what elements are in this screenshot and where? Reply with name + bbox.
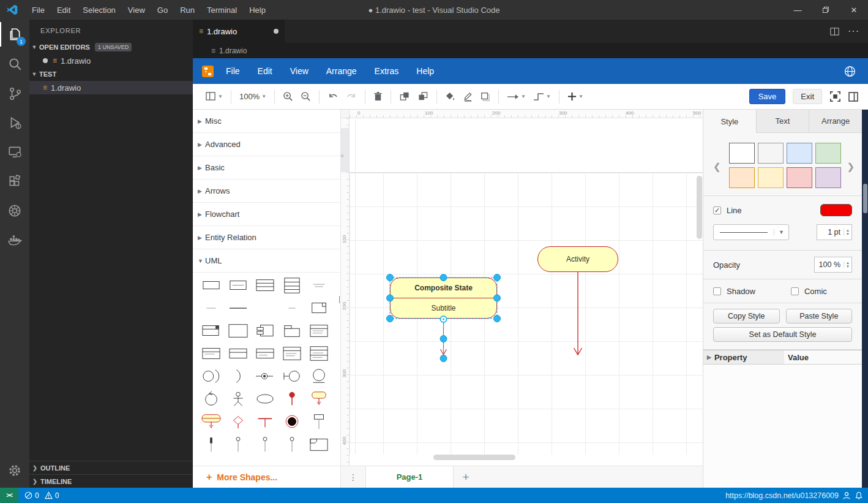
opacity-spinner[interactable]: 100 % ▲▼: [814, 257, 852, 273]
palette-shape-lifeline-circle[interactable]: [252, 433, 279, 455]
line-color-icon[interactable]: [459, 88, 477, 105]
palette-shape-lollipop[interactable]: [252, 365, 279, 387]
toggle-format-panel-icon[interactable]: [848, 92, 858, 102]
format-tab-arrange[interactable]: Arrange: [809, 110, 862, 133]
palette-shape-class-v3[interactable]: [252, 342, 279, 365]
palette-shape-initial-red[interactable]: [279, 387, 305, 410]
menu-item-file[interactable]: File: [26, 6, 51, 15]
style-swatch-7[interactable]: [787, 167, 812, 188]
menu-item-selection[interactable]: Selection: [77, 6, 121, 15]
palette-section-misc[interactable]: ▶Misc: [193, 110, 340, 133]
palette-shape-fork-red[interactable]: [252, 410, 279, 433]
run-debug-icon[interactable]: [0, 108, 29, 137]
bell-icon[interactable]: [855, 491, 863, 500]
breadcrumb[interactable]: ≡ 1.drawio: [193, 43, 868, 58]
close-icon[interactable]: ✕: [840, 0, 868, 20]
zoom-out-icon[interactable]: [297, 88, 315, 105]
palette-shape-divider-line[interactable]: [225, 297, 252, 319]
palette-shape-class-rows[interactable]: [252, 274, 279, 297]
activity-shape[interactable]: Activity: [537, 246, 618, 272]
palette-shape-required-arc[interactable]: [225, 365, 252, 387]
menu-item-view[interactable]: View: [122, 6, 151, 15]
undo-icon[interactable]: [324, 88, 342, 105]
palette-shape-text-tiny[interactable]: [198, 297, 225, 319]
palette-shape-boundary-object[interactable]: [279, 365, 305, 387]
line-checkbox[interactable]: ✓: [713, 206, 721, 214]
palette-section-flowchart[interactable]: ▶Flowchart: [193, 203, 340, 226]
style-swatch-2[interactable]: [758, 143, 784, 164]
palette-shape-lifeline-circle[interactable]: [225, 433, 252, 455]
panel-scrollbar-thumb[interactable]: [863, 184, 867, 213]
zoom-level-dropdown[interactable]: 100% ▼: [236, 88, 270, 105]
style-swatch-1[interactable]: [729, 143, 755, 164]
palette-shape-control-object[interactable]: [198, 387, 225, 410]
connection-style-button[interactable]: ▼: [503, 88, 529, 105]
search-icon[interactable]: [0, 49, 29, 78]
palette-shape-entity-object[interactable]: [305, 365, 332, 387]
style-swatch-5[interactable]: [729, 167, 755, 188]
source-control-icon[interactable]: [0, 78, 29, 108]
palette-section-arrows[interactable]: ▶Arrows: [193, 180, 340, 203]
drawio-menu-view[interactable]: View: [286, 66, 323, 76]
palette-shape-class-v1[interactable]: [198, 342, 225, 365]
delete-icon[interactable]: [370, 88, 386, 105]
page-tab[interactable]: Page-1: [365, 466, 454, 488]
format-tab-text[interactable]: Text: [756, 110, 809, 133]
line-width-spinner[interactable]: 1 pt ▲▼: [817, 224, 852, 240]
canvas-vscrollbar[interactable]: [697, 176, 702, 239]
to-back-icon[interactable]: [414, 88, 432, 105]
palette-shape-usecase[interactable]: [252, 387, 279, 410]
diagram-canvas[interactable]: 0100200300400500 0100200300400 Activity …: [341, 110, 703, 466]
prev-styles-icon[interactable]: ❮: [713, 161, 721, 172]
line-style-dropdown[interactable]: ▼: [713, 224, 789, 240]
menu-item-help[interactable]: Help: [243, 6, 272, 15]
palette-section-entity-relation[interactable]: ▶Entity Relation: [193, 226, 340, 249]
fullscreen-icon[interactable]: [829, 91, 841, 102]
save-button[interactable]: Save: [749, 89, 786, 104]
palette-shape-component[interactable]: [252, 319, 279, 342]
line-color-button[interactable]: [820, 204, 852, 216]
palette-shape-class-v2[interactable]: [225, 342, 252, 365]
palette-section-advanced[interactable]: ▶Advanced: [193, 133, 340, 156]
redo-icon[interactable]: [342, 88, 361, 105]
outline-section[interactable]: ❯ OUTLINE: [29, 461, 193, 474]
palette-shape-composite-edge[interactable]: [198, 410, 225, 433]
language-globe-icon[interactable]: [844, 66, 856, 77]
palette-shape-actor[interactable]: [225, 387, 252, 410]
format-tab-style[interactable]: Style: [703, 110, 756, 133]
pages-menu-icon[interactable]: ⋮: [341, 466, 365, 488]
zoom-in-icon[interactable]: [279, 88, 297, 105]
drawio-menu-arrange[interactable]: Arrange: [323, 66, 371, 76]
palette-shape-interface-circle[interactable]: [198, 365, 225, 387]
palette-shape-final-node[interactable]: [279, 410, 305, 433]
remote-explorer-icon[interactable]: [0, 137, 29, 167]
kubernetes-icon[interactable]: [0, 196, 29, 225]
more-shapes-button[interactable]: + More Shapes...: [193, 466, 341, 488]
explorer-icon[interactable]: 1: [0, 20, 29, 49]
folder-header[interactable]: ▼ TEST: [29, 67, 193, 81]
settings-gear-icon[interactable]: [0, 456, 29, 485]
drawio-menu-file[interactable]: File: [222, 66, 254, 76]
waypoint-style-button[interactable]: ▼: [529, 88, 555, 105]
copy-style-button[interactable]: Copy Style: [713, 309, 780, 323]
style-swatch-4[interactable]: [815, 143, 841, 164]
minimize-icon[interactable]: —: [784, 0, 812, 20]
palette-shape-lifeline-circle[interactable]: [279, 433, 305, 455]
insert-button[interactable]: ▼: [564, 88, 587, 105]
menu-item-edit[interactable]: Edit: [51, 6, 77, 15]
paste-style-button[interactable]: Paste Style: [786, 309, 853, 323]
style-swatch-3[interactable]: [787, 143, 812, 164]
shadow-checkbox[interactable]: [713, 287, 721, 295]
next-styles-icon[interactable]: ❯: [847, 161, 855, 172]
palette-shape-class-red[interactable]: [305, 319, 332, 342]
menu-item-go[interactable]: Go: [151, 6, 174, 15]
menu-item-terminal[interactable]: Terminal: [201, 6, 243, 15]
add-page-icon[interactable]: +: [454, 466, 478, 488]
style-swatch-6[interactable]: [758, 167, 784, 188]
exit-button[interactable]: Exit: [793, 89, 822, 104]
palette-shape-lifeline-bar[interactable]: [198, 433, 225, 455]
view-layout-button[interactable]: ▼: [202, 88, 226, 105]
to-front-icon[interactable]: [395, 88, 414, 105]
shadow-icon[interactable]: [477, 88, 494, 105]
editor-tab[interactable]: ≡ 1.drawio: [193, 20, 285, 43]
